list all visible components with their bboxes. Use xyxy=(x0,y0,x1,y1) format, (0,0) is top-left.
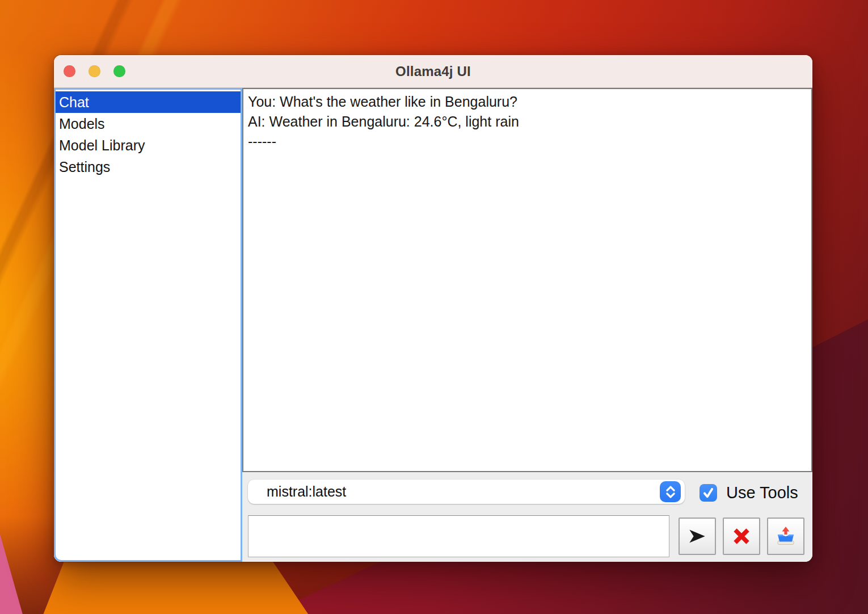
sidebar-item-settings[interactable]: Settings xyxy=(56,156,241,178)
upload-tray-button[interactable] xyxy=(767,518,804,555)
close-button[interactable] xyxy=(64,65,75,77)
zoom-button[interactable] xyxy=(113,65,125,77)
sidebar-nav: Chat Models Model Library Settings xyxy=(54,88,242,562)
sidebar-item-models[interactable]: Models xyxy=(56,113,241,134)
outbox-tray-icon xyxy=(774,525,797,548)
model-select[interactable]: mistral:latest xyxy=(248,480,685,504)
use-tools-label: Use Tools xyxy=(726,483,798,502)
model-select-value: mistral:latest xyxy=(267,483,346,500)
chevron-up-down-icon xyxy=(660,481,681,502)
chat-transcript[interactable]: You: What's the weather like in Bengalur… xyxy=(242,88,812,472)
red-x-icon xyxy=(730,525,753,548)
controls-panel: mistral:latest Use Tools xyxy=(242,472,812,562)
message-input[interactable] xyxy=(248,515,669,557)
send-arrow-icon xyxy=(686,525,708,547)
chat-line-user: You: What's the weather like in Bengalur… xyxy=(248,92,807,112)
sidebar-item-model-library[interactable]: Model Library xyxy=(56,134,241,156)
checkmark-icon xyxy=(701,486,715,500)
window-title: Ollama4j UI xyxy=(395,64,471,79)
use-tools-checkbox[interactable] xyxy=(700,484,717,502)
use-tools-control: Use Tools xyxy=(700,481,798,504)
sidebar-item-chat[interactable]: Chat xyxy=(56,91,241,113)
titlebar[interactable]: Ollama4j UI xyxy=(54,55,812,88)
chat-line-ai: AI: Weather in Bengaluru: 24.6°C, light … xyxy=(248,112,807,132)
minimize-button[interactable] xyxy=(89,65,100,77)
traffic-lights xyxy=(64,65,125,77)
app-window: Ollama4j UI Chat Models Model Library Se… xyxy=(54,55,812,562)
clear-button[interactable] xyxy=(723,518,760,555)
send-button[interactable] xyxy=(679,518,716,555)
chat-line-separator: ------ xyxy=(248,132,807,152)
